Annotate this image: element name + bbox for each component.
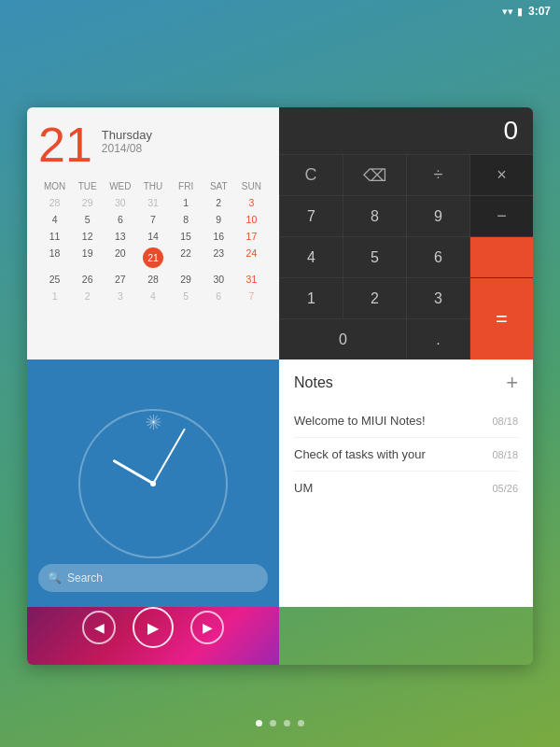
calc-btn-zero[interactable]: 0: [279, 318, 406, 359]
calc-btn[interactable]: 7: [279, 195, 343, 236]
calendar-cell[interactable]: 27: [104, 271, 136, 288]
calc-btn[interactable]: C: [279, 154, 343, 195]
search-label: Search: [67, 571, 103, 585]
clock-center: [150, 481, 156, 486]
calendar-cell[interactable]: 14: [136, 228, 169, 245]
page-dot[interactable]: [256, 720, 262, 726]
calendar-cell[interactable]: 7: [136, 211, 169, 228]
calendar-cell[interactable]: 4: [136, 288, 169, 304]
calc-btn-dot[interactable]: .: [406, 318, 469, 359]
calendar-cell[interactable]: 30: [203, 271, 235, 288]
clock-widget: 🔍 Search: [27, 359, 279, 607]
calc-btn[interactable]: 6: [406, 236, 469, 277]
calendar-cell[interactable]: 9: [203, 211, 235, 228]
calendar-cell[interactable]: 31: [235, 271, 268, 288]
clock-face: [78, 409, 228, 558]
calc-btn[interactable]: 1: [279, 277, 343, 318]
calendar-cell[interactable]: 13: [104, 228, 136, 245]
calc-btn[interactable]: 8: [343, 195, 406, 236]
notes-header: Notes +: [294, 373, 518, 393]
calendar-cell[interactable]: 6: [203, 288, 235, 304]
calc-btn[interactable]: 2: [343, 277, 406, 318]
calendar-cell[interactable]: 29: [170, 271, 203, 288]
calc-btn[interactable]: −: [469, 195, 533, 236]
calendar-today: 21: [143, 247, 163, 268]
prev-button[interactable]: ◀: [82, 611, 116, 644]
status-bar: ▾▾ ▮ 3:07: [0, 0, 560, 22]
calculator-buttons[interactable]: C⌫÷×789−456+123=0.: [279, 154, 533, 359]
calc-btn[interactable]: 3: [406, 277, 469, 318]
calc-btn[interactable]: ⌫: [343, 154, 406, 195]
calc-btn[interactable]: ×: [469, 154, 533, 195]
calendar-cell[interactable]: 30: [104, 194, 136, 211]
notes-widget: Notes + Welcome to MIUI Notes! 08/18 Che…: [279, 359, 533, 607]
calendar-cell[interactable]: 19: [71, 245, 104, 271]
note-item[interactable]: UM 05/26: [294, 472, 518, 504]
note-item[interactable]: Check of tasks with your 08/18: [294, 438, 518, 472]
calendar-grid: MONTUEWEDTHUFRISATSUN2829303112345678910…: [38, 178, 268, 352]
calendar-cell[interactable]: 26: [71, 271, 104, 288]
media-controls[interactable]: ◀ ▶ ▶: [82, 607, 224, 648]
note-text: Welcome to MIUI Notes!: [294, 414, 484, 428]
calendar-cell[interactable]: 23: [203, 245, 235, 271]
search-bar[interactable]: 🔍 Search: [38, 564, 268, 592]
calendar-cell[interactable]: 20: [104, 245, 136, 271]
page-dot[interactable]: [284, 720, 290, 726]
status-icons: ▾▾ ▮: [502, 6, 523, 18]
calendar-cell[interactable]: 2: [71, 288, 104, 304]
calendar-cell[interactable]: 6: [104, 211, 136, 228]
note-text: Check of tasks with your: [294, 447, 484, 461]
calendar-cell[interactable]: 28: [38, 194, 71, 211]
calendar-cell[interactable]: 22: [170, 245, 203, 271]
calendar-cell[interactable]: 18: [38, 245, 71, 271]
calendar-cell[interactable]: 7: [235, 288, 268, 304]
calendar-cell[interactable]: 4: [38, 211, 71, 228]
calendar-cell[interactable]: 5: [170, 288, 203, 304]
calendar-cell[interactable]: 1: [170, 194, 203, 211]
note-item[interactable]: Welcome to MIUI Notes! 08/18: [294, 404, 518, 438]
calc-btn[interactable]: 5: [343, 236, 406, 277]
calc-btn[interactable]: 4: [279, 236, 343, 277]
calendar-header: 21 Thursday 2014/08: [38, 120, 268, 169]
calendar-cell[interactable]: 17: [235, 228, 268, 245]
calendar-cell[interactable]: 16: [203, 228, 235, 245]
notes-add-button[interactable]: +: [506, 373, 518, 393]
note-date: 08/18: [492, 416, 518, 427]
calendar-cell[interactable]: 12: [71, 228, 104, 245]
calc-btn-orange-placeholder: [469, 236, 533, 277]
minute-hand: [152, 428, 186, 484]
calendar-day-info: Thursday 2014/08: [102, 120, 152, 155]
calendar-cell[interactable]: 29: [71, 194, 104, 211]
calendar-cell[interactable]: 1: [38, 288, 71, 304]
calendar-cell[interactable]: 24: [235, 245, 268, 271]
calc-btn[interactable]: ÷: [406, 154, 469, 195]
calendar-cell[interactable]: 31: [136, 194, 169, 211]
calendar-cell[interactable]: 10: [235, 211, 268, 228]
calendar-cell[interactable]: 3: [104, 288, 136, 304]
calculator-widget[interactable]: 0 C⌫÷×789−456+123=0.: [279, 107, 533, 359]
battery-icon: ▮: [517, 6, 523, 18]
page-dot[interactable]: [270, 720, 276, 726]
calendar-cell[interactable]: 28: [136, 271, 169, 288]
note-date: 05/26: [492, 483, 518, 494]
calendar-cell[interactable]: 5: [71, 211, 104, 228]
hour-hand: [112, 458, 154, 485]
notes-list: Welcome to MIUI Notes! 08/18 Check of ta…: [294, 404, 518, 504]
next-button[interactable]: ▶: [190, 611, 224, 644]
calendar-cell[interactable]: 15: [170, 228, 203, 245]
calendar-cell[interactable]: 25: [38, 271, 71, 288]
calendar-cell[interactable]: 8: [170, 211, 203, 228]
note-text: UM: [294, 481, 484, 495]
calendar-cell[interactable]: 2: [203, 194, 235, 211]
calendar-cell[interactable]: 11: [38, 228, 71, 245]
calendar-cell[interactable]: 3: [235, 194, 268, 211]
media-widget[interactable]: ◀ ▶ ▶: [27, 607, 279, 665]
clock-tick: [153, 415, 154, 422]
calc-equals-btn[interactable]: =: [469, 277, 533, 359]
page-dot[interactable]: [298, 720, 304, 726]
calendar-cell[interactable]: 21: [136, 245, 169, 271]
calendar-year-month: 2014/08: [102, 142, 152, 155]
play-button[interactable]: ▶: [133, 607, 174, 648]
calc-btn[interactable]: 9: [406, 195, 469, 236]
widget-grid: 21 Thursday 2014/08 MONTUEWEDTHUFRISATSU…: [27, 107, 533, 665]
